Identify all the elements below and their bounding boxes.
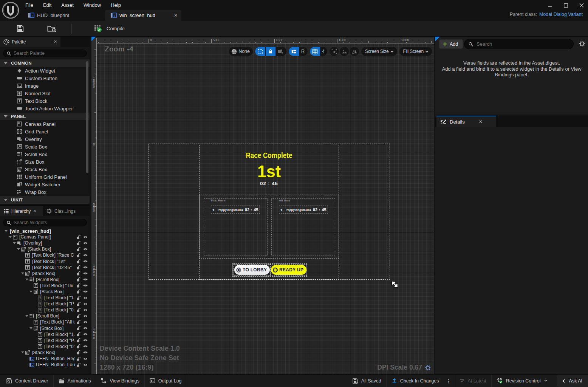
hierarchy-row[interactable]: [Stack Box] bbox=[0, 271, 90, 277]
hierarchy-row[interactable]: [Text Block] "All t bbox=[0, 319, 90, 325]
eye-icon[interactable] bbox=[83, 247, 88, 252]
palette-search-input[interactable]: Search Palette bbox=[3, 50, 87, 57]
palette-item[interactable]: Text Block bbox=[0, 97, 90, 105]
background-image-button[interactable] bbox=[340, 47, 349, 56]
lock-open-icon[interactable] bbox=[76, 277, 81, 282]
lock-open-icon[interactable] bbox=[76, 326, 81, 331]
eye-icon[interactable] bbox=[83, 332, 88, 337]
eye-icon[interactable] bbox=[83, 283, 88, 288]
palette-item[interactable]: Action Widget bbox=[0, 67, 90, 74]
palette-scrollbar[interactable] bbox=[86, 61, 88, 173]
gear-icon[interactable] bbox=[579, 40, 585, 47]
tab-close-icon[interactable]: ✕ bbox=[174, 13, 178, 18]
all-saved-button[interactable]: All Saved bbox=[347, 375, 386, 387]
lock-open-icon[interactable] bbox=[76, 350, 81, 355]
browse-button[interactable] bbox=[43, 22, 60, 35]
eye-icon[interactable] bbox=[83, 362, 88, 367]
tree-expander-icon[interactable] bbox=[28, 291, 33, 293]
hierarchy-row[interactable]: [win_screen_hud] bbox=[0, 228, 90, 234]
tab-palette[interactable]: Palette ✕ bbox=[0, 37, 60, 47]
hierarchy-row[interactable]: [Text Block] "Thi bbox=[0, 283, 90, 289]
this-race-label[interactable]: This Race bbox=[210, 199, 226, 202]
palette-item[interactable]: Wrap Box bbox=[0, 188, 90, 196]
lock-open-icon[interactable] bbox=[76, 283, 81, 288]
palette-item[interactable]: Uniform Grid Panel bbox=[0, 173, 90, 181]
flip-preview-button[interactable] bbox=[350, 47, 359, 56]
grid-snap-toggle[interactable] bbox=[310, 47, 320, 56]
eye-icon[interactable] bbox=[83, 271, 88, 276]
place-text[interactable]: 1st bbox=[199, 162, 339, 181]
hierarchy-row[interactable]: [Text Block] "0: bbox=[0, 344, 90, 350]
save-button[interactable] bbox=[13, 22, 28, 35]
lock-open-icon[interactable] bbox=[76, 314, 81, 319]
hierarchy-row[interactable]: UEFN_Button_Louc bbox=[0, 362, 90, 368]
eye-icon[interactable] bbox=[83, 241, 88, 246]
resize-handle-icon[interactable] bbox=[391, 281, 398, 288]
lock-open-icon[interactable] bbox=[76, 247, 81, 252]
eye-icon[interactable] bbox=[83, 350, 88, 355]
tree-expander-icon[interactable] bbox=[24, 279, 29, 280]
hierarchy-row[interactable]: [Text Block] "Race C bbox=[0, 252, 90, 258]
eye-icon[interactable] bbox=[83, 338, 88, 343]
eye-icon[interactable] bbox=[83, 344, 88, 349]
all-time-label[interactable]: All time bbox=[279, 199, 291, 202]
screen-size-dropdown[interactable]: Screen Size bbox=[361, 47, 397, 56]
to-lobby-button[interactable]: TO LOBBY bbox=[234, 265, 270, 275]
hierarchy-row[interactable]: [Stack Box] bbox=[0, 325, 90, 331]
preview-toggle[interactable] bbox=[289, 47, 299, 56]
output-log-button[interactable]: Output Log bbox=[145, 375, 187, 387]
gear-icon[interactable] bbox=[425, 365, 431, 371]
minimize-button[interactable] bbox=[546, 2, 553, 9]
eye-icon[interactable] bbox=[83, 253, 88, 258]
menu-file[interactable]: File bbox=[20, 1, 38, 9]
all-time-score-row[interactable]: 1. Pappylongstakinz 02 : 45 bbox=[279, 206, 328, 214]
palette-item[interactable]: Widget Switcher bbox=[0, 181, 90, 188]
content-drawer-button[interactable]: Content Drawer bbox=[1, 375, 53, 387]
hierarchy-row[interactable]: [Text Block] "P. bbox=[0, 301, 90, 307]
tab-details[interactable]: Details ✕ bbox=[436, 116, 496, 127]
menu-asset[interactable]: Asset bbox=[56, 1, 79, 9]
palette-item[interactable]: Grid Panel bbox=[0, 128, 90, 135]
lock-open-icon[interactable] bbox=[76, 235, 81, 240]
close-button[interactable] bbox=[578, 2, 585, 9]
lock-open-icon[interactable] bbox=[76, 356, 81, 361]
palette-item[interactable]: Scale Box bbox=[0, 143, 90, 150]
palette-item[interactable]: Scroll Box bbox=[0, 150, 90, 158]
eye-icon[interactable] bbox=[83, 277, 88, 282]
this-race-score-row[interactable]: 1. Pappylongstakinz 02 : 45 bbox=[211, 206, 260, 214]
lock-open-icon[interactable] bbox=[76, 302, 81, 307]
hierarchy-row[interactable]: [Text Block] "0: bbox=[0, 307, 90, 313]
tree-expander-icon[interactable] bbox=[24, 315, 29, 317]
menu-edit[interactable]: Edit bbox=[38, 1, 56, 9]
select-zoom-button[interactable] bbox=[330, 47, 339, 56]
menu-window[interactable]: Window bbox=[79, 1, 106, 9]
hierarchy-tab-close-icon[interactable]: ✕ bbox=[33, 209, 36, 213]
tree-expander-icon[interactable] bbox=[20, 272, 25, 274]
tree-expander-icon[interactable] bbox=[8, 236, 12, 238]
tree-expander-icon[interactable] bbox=[28, 327, 33, 329]
at-latest-button[interactable]: At Latest bbox=[454, 375, 491, 387]
eye-icon[interactable] bbox=[83, 308, 88, 313]
palette-item[interactable]: Canvas Panel bbox=[0, 120, 90, 128]
hierarchy-row[interactable]: UEFN_Button_Regu bbox=[0, 356, 90, 362]
add-field-button[interactable]: Add bbox=[439, 39, 463, 49]
lock-open-icon[interactable] bbox=[76, 241, 81, 246]
eye-icon[interactable] bbox=[83, 265, 88, 270]
hierarchy-search-input[interactable]: Search Widgets bbox=[3, 219, 87, 226]
eye-icon[interactable] bbox=[83, 356, 88, 361]
check-in-changes-button[interactable]: Check In Changes bbox=[387, 375, 444, 387]
hierarchy-row[interactable]: [Scroll Box] bbox=[0, 313, 90, 319]
respect-locks-label[interactable]: R bbox=[299, 49, 308, 54]
hierarchy-row[interactable]: [Text Block] "1. bbox=[0, 331, 90, 337]
fill-screen-dropdown[interactable]: Fill Screen bbox=[399, 47, 432, 56]
hierarchy-row[interactable]: [Stack Box] bbox=[0, 289, 90, 295]
lock-open-icon[interactable] bbox=[76, 259, 81, 264]
lock-open-icon[interactable] bbox=[76, 338, 81, 343]
tree-expander-icon[interactable] bbox=[12, 242, 17, 244]
palette-item[interactable]: Stack Box bbox=[0, 166, 90, 173]
menu-help[interactable]: Help bbox=[106, 1, 126, 9]
lock-open-icon[interactable] bbox=[76, 362, 81, 367]
tree-expander-icon[interactable] bbox=[20, 351, 25, 353]
clip-select-toggle[interactable] bbox=[275, 47, 286, 56]
lock-open-icon[interactable] bbox=[76, 289, 81, 294]
